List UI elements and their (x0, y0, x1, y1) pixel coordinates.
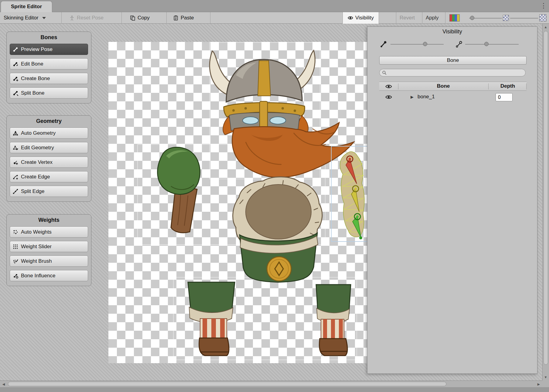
color-swatch-icon (449, 14, 460, 22)
revert-label: Revert (400, 15, 415, 21)
triangle-right-icon[interactable]: ▶ (411, 95, 414, 99)
reset-pose-button[interactable]: Reset Pose (69, 12, 104, 24)
viking-sprite-artwork (108, 42, 367, 363)
mode-dropdown-label: Skinning Editor (4, 15, 38, 21)
magnifier-icon (382, 70, 387, 75)
workspace-background: Bones Preview Pose Edit Bone (0, 24, 549, 380)
bone-influence-button[interactable]: Bone Influence (10, 270, 88, 281)
bone-row-name: bone_1 (418, 94, 435, 100)
visibility-panel: Visibility Bone (367, 26, 537, 374)
auto-weights-button[interactable]: Auto Weights (10, 226, 88, 238)
mesh-opacity-slider-track[interactable] (465, 44, 519, 45)
preview-pose-button[interactable]: Preview Pose (10, 44, 88, 55)
bone-influence-icon (13, 273, 18, 279)
sprite-canvas[interactable] (108, 42, 367, 363)
scroll-right-arrow-icon[interactable]: ▶ (536, 381, 542, 387)
weight-brush-button[interactable]: Weight Brush (10, 255, 88, 267)
edit-geometry-button[interactable]: Edit Geometry (10, 142, 88, 153)
bone-edit-icon (13, 61, 18, 67)
column-separator (526, 83, 527, 90)
split-bone-button[interactable]: Split Bone (10, 87, 88, 99)
bone-tab-button[interactable]: Bone (379, 56, 527, 65)
row-eye-icon[interactable] (385, 94, 392, 100)
apply-label: Apply (426, 15, 439, 21)
split-edge-label: Split Edge (21, 188, 45, 194)
visibility-column-eye-icon[interactable] (385, 84, 392, 89)
weight-slider-icon (13, 244, 18, 249)
horizontal-scrollbar[interactable]: ◀ ▶ (0, 380, 542, 387)
bone-create-icon (13, 76, 18, 81)
skinning-toolbar: Skinning Editor Reset Pose Copy (0, 12, 549, 24)
edit-bone-label: Edit Bone (21, 61, 43, 67)
depth-column-header[interactable]: Depth (489, 83, 527, 89)
preview-pose-label: Preview Pose (21, 46, 53, 52)
bone-search-input[interactable] (388, 69, 522, 76)
apply-button[interactable]: Apply (426, 12, 439, 24)
kebab-menu-icon[interactable]: ⋮ (540, 1, 547, 10)
horizontal-scroll-thumb[interactable] (8, 382, 446, 386)
visibility-label: Visibility (355, 15, 374, 21)
bone-table-row[interactable]: ▶ bone_1 (379, 92, 527, 102)
texture-slider-track[interactable] (510, 18, 538, 19)
tab-sprite-editor[interactable]: Sprite Editor (1, 1, 52, 12)
alpha-slider-thumb[interactable] (470, 16, 474, 20)
sprite-leg-right[interactable] (316, 285, 351, 356)
sprite-head[interactable] (210, 50, 354, 177)
weights-auto-icon (13, 229, 18, 235)
scroll-down-arrow-icon[interactable]: ▼ (543, 374, 549, 380)
weight-brush-label: Weight Brush (21, 258, 52, 264)
create-bone-button[interactable]: Create Bone (10, 73, 88, 84)
split-edge-button[interactable]: Split Edge (10, 186, 88, 197)
visibility-toggle-button[interactable]: Visibility (343, 12, 379, 24)
vertical-scrollbar[interactable]: ▲ ▼ (542, 24, 549, 380)
sprite-swatch-button[interactable] (449, 12, 460, 24)
scrollbar-corner (542, 380, 549, 387)
vertical-scroll-thumb[interactable] (544, 31, 548, 365)
toolbar-separator (422, 12, 422, 24)
mesh-opacity-slider-thumb[interactable] (484, 42, 489, 46)
edit-geometry-label: Edit Geometry (21, 145, 54, 151)
bone-opacity-slider-track[interactable] (390, 44, 444, 45)
edit-bone-button[interactable]: Edit Bone (10, 58, 88, 69)
auto-geometry-button[interactable]: Auto Geometry (10, 127, 88, 139)
person-icon (69, 15, 75, 21)
sprite-arm-selected[interactable] (331, 146, 367, 242)
create-bone-label: Create Bone (21, 76, 50, 82)
sprite-mitten[interactable] (158, 147, 200, 233)
toolbar-separator (121, 12, 122, 24)
bone-opacity-icon (380, 41, 387, 48)
scroll-left-arrow-icon[interactable]: ◀ (1, 381, 7, 387)
revert-button[interactable]: Revert (400, 12, 415, 24)
edge-create-icon (13, 174, 18, 180)
toolbar-separator (445, 12, 445, 24)
bone-column-header[interactable]: Bone (398, 83, 488, 89)
copy-button[interactable]: Copy (130, 12, 150, 24)
mesh-auto-icon (13, 130, 18, 136)
bone-split-icon (13, 90, 18, 96)
mesh-edit-icon (13, 145, 18, 150)
paste-button[interactable]: Paste (173, 12, 194, 24)
create-vertex-button[interactable]: Create Vertex (10, 157, 88, 168)
bone-search-box (379, 69, 526, 76)
sprite-leg-left[interactable] (188, 282, 235, 356)
vertex-create-icon (13, 160, 18, 165)
mesh-opacity-icon (455, 41, 462, 48)
create-edge-button[interactable]: Create Edge (10, 171, 88, 182)
bone-depth-input[interactable] (496, 93, 513, 101)
weight-slider-button[interactable]: Weight Slider (10, 241, 88, 252)
scroll-up-arrow-icon[interactable]: ▲ (543, 24, 549, 30)
weights-group: Weights Auto Weights Weight Slide (6, 214, 91, 286)
tab-title: Sprite Editor (11, 4, 42, 10)
mode-dropdown[interactable]: Skinning Editor (4, 12, 46, 24)
edge-split-icon (13, 189, 18, 194)
weight-brush-icon (13, 259, 18, 264)
sprite-torso[interactable] (233, 177, 322, 282)
bone-pose-icon (13, 47, 18, 52)
visibility-panel-title: Visibility (367, 29, 537, 35)
paste-label: Paste (181, 15, 194, 21)
checker-texture-icon (503, 15, 509, 21)
geometry-group: Geometry Auto Geometry Edit Geometry (6, 115, 91, 202)
window-bottom-strip (0, 387, 549, 392)
split-bone-label: Split Bone (21, 90, 45, 96)
bone-opacity-slider-thumb[interactable] (423, 42, 427, 46)
